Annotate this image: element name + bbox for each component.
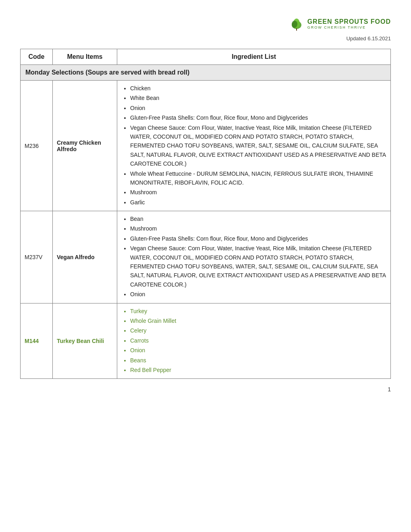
list-item: Turkey	[130, 307, 386, 316]
list-item: Onion	[130, 346, 386, 355]
list-item: Onion	[130, 290, 386, 299]
table-row: M144 Turkey Bean Chili Turkey Whole Grai…	[21, 303, 391, 379]
ingredient-list-m144: Turkey Whole Grain Millet Celery Carrots…	[121, 307, 386, 375]
list-item: Whole Wheat Fettuccine - DURUM SEMOLINA,…	[130, 169, 386, 187]
ingredients-m237v: Bean Mushroom Gluten-Free Pasta Shells: …	[117, 211, 391, 303]
list-item: Carrots	[130, 336, 386, 345]
table-row: M236 Creamy Chicken Alfredo Chicken Whit…	[21, 81, 391, 211]
section-monday-title: Monday Selections (Soups are served with…	[21, 65, 391, 81]
table-row: M237V Vegan Alfredo Bean Mushroom Gluten…	[21, 211, 391, 303]
page-number: 1	[20, 386, 391, 393]
ingredients-m144: Turkey Whole Grain Millet Celery Carrots…	[117, 303, 391, 379]
list-item: Garlic	[130, 198, 386, 207]
menu-vegan-alfredo: Vegan Alfredo	[53, 211, 117, 303]
menu-creamy-chicken: Creamy Chicken Alfredo	[53, 81, 117, 211]
list-item: Mushroom	[130, 188, 386, 197]
list-item: Celery	[130, 326, 386, 335]
list-item: Gluten-Free Pasta Shells: Corn flour, Ri…	[130, 234, 386, 243]
updated-date: Updated 6.15.2021	[20, 35, 391, 42]
ingredient-list-m236: Chicken White Bean Onion Gluten-Free Pas…	[121, 84, 386, 207]
page-header: Green Sprouts Food Grow Cherish Thrive	[20, 16, 391, 31]
code-m237v: M237V	[21, 211, 53, 303]
list-item: Onion	[130, 104, 386, 112]
list-item: Chicken	[130, 84, 386, 93]
logo: Green Sprouts Food Grow Cherish Thrive	[289, 16, 391, 31]
list-item: Vegan Cheese Sauce: Corn Flour, Water, I…	[130, 123, 386, 168]
menu-table: Code Menu Items Ingredient List Monday S…	[20, 49, 391, 379]
logo-main-text: Green Sprouts Food	[307, 18, 391, 25]
logo-sub-text: Grow Cherish Thrive	[307, 25, 391, 30]
list-item: Whole Grain Millet	[130, 316, 386, 325]
code-m144: M144	[21, 303, 53, 379]
list-item: Vegan Cheese Sauce: Corn Flour, Water, I…	[130, 244, 386, 289]
col-code: Code	[21, 49, 53, 65]
col-menu: Menu Items	[53, 49, 117, 65]
list-item: White Bean	[130, 94, 386, 102]
logo-icon	[289, 16, 304, 31]
ingredients-m236: Chicken White Bean Onion Gluten-Free Pas…	[117, 81, 391, 211]
menu-turkey-bean-chili: Turkey Bean Chili	[53, 303, 117, 379]
col-ingredients: Ingredient List	[117, 49, 391, 65]
code-m236: M236	[21, 81, 53, 211]
list-item: Red Bell Pepper	[130, 366, 386, 374]
section-monday: Monday Selections (Soups are served with…	[21, 65, 391, 81]
logo-text: Green Sprouts Food Grow Cherish Thrive	[307, 18, 391, 30]
list-item: Mushroom	[130, 224, 386, 233]
svg-point-2	[292, 21, 297, 28]
list-item: Gluten-Free Pasta Shells: Corn flour, Ri…	[130, 113, 386, 122]
ingredient-list-m237v: Bean Mushroom Gluten-Free Pasta Shells: …	[121, 214, 386, 299]
list-item: Beans	[130, 356, 386, 365]
list-item: Bean	[130, 214, 386, 223]
